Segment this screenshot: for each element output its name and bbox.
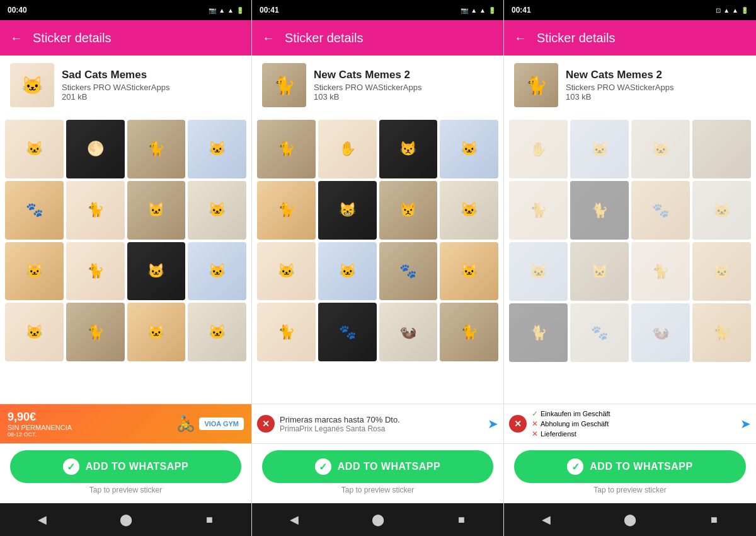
battery-icon-2: 🔋: [488, 7, 496, 14]
sticker-cell[interactable]: 🐱: [631, 120, 690, 178]
sticker-cell[interactable]: 🐱: [127, 303, 186, 361]
back-nav-button-2[interactable]: ◀: [282, 507, 307, 532]
sticker-cell[interactable]: 🐾: [5, 181, 64, 240]
status-icons-1: 📷 ▲ ▲ 🔋: [209, 7, 244, 14]
sticker-cell[interactable]: ✋: [318, 120, 377, 178]
sticker-cell[interactable]: 🐾: [318, 303, 377, 361]
bottom-nav-2: ◀ ⬤ ■: [252, 503, 503, 536]
sticker-cell[interactable]: 🐱: [440, 181, 498, 240]
sticker-cell[interactable]: 🐈: [509, 303, 568, 362]
ad-banner-3[interactable]: ✕ ✓ Einkaufen im Geschäft ✕ Abholung im …: [504, 404, 756, 444]
sticker-info-3: 🐈 New Cats Memes 2 Stickers PRO WASticke…: [504, 55, 756, 115]
sticker-cell[interactable]: 🐈: [66, 181, 125, 240]
sticker-cell[interactable]: 🐱: [188, 120, 246, 178]
back-button-2[interactable]: ←: [262, 31, 275, 45]
sticker-cell[interactable]: 🌕: [66, 120, 125, 178]
top-bar-1: ← Sticker details: [0, 20, 251, 55]
sticker-cell[interactable]: 🐱: [440, 242, 498, 301]
sticker-cell[interactable]: 🐱: [440, 120, 498, 178]
sticker-name-1: Sad Cats Memes: [62, 69, 169, 81]
sticker-cell[interactable]: 🦦: [631, 303, 690, 362]
ad-close-button-3[interactable]: ✕: [509, 415, 527, 433]
sticker-cell[interactable]: 🐾: [631, 181, 690, 240]
bottom-nav-1: ◀ ⬤ ■: [0, 503, 251, 536]
ad-forward-icon-3[interactable]: ➤: [740, 416, 751, 431]
sticker-cell[interactable]: 🐱: [188, 242, 246, 301]
sticker-cell[interactable]: 🐱: [127, 181, 186, 240]
back-nav-button-3[interactable]: ◀: [534, 507, 559, 532]
add-to-whatsapp-button-1[interactable]: ✓ ADD TO WHATSAPP: [10, 450, 241, 483]
top-bar-3: ← Sticker details: [504, 20, 756, 55]
ad-check-list-3: ✓ Einkaufen im Geschäft ✕ Abholung im Ge…: [532, 409, 610, 438]
sticker-cell[interactable]: 🐱: [127, 242, 186, 301]
ad-close-button-2[interactable]: ✕: [257, 415, 275, 433]
cast-icon-3: ⊡: [716, 7, 721, 14]
home-nav-button-1[interactable]: ⬤: [113, 507, 139, 532]
sticker-cell[interactable]: 🐈: [631, 242, 690, 301]
sticker-cell[interactable]: ✋: [509, 120, 568, 178]
sticker-cell[interactable]: 🐱: [570, 242, 629, 301]
battery-icon-3: 🔋: [741, 7, 748, 14]
page-title-3: Sticker details: [537, 31, 616, 45]
sticker-text-info-2: New Cats Memes 2 Stickers PRO WAStickerA…: [314, 69, 421, 102]
sticker-cell[interactable]: 🐈: [257, 181, 316, 240]
sticker-thumbnail-2: 🐈: [262, 63, 306, 107]
back-button-3[interactable]: ←: [514, 31, 527, 45]
signal-icon-3: ▲: [723, 7, 730, 14]
sticker-grid-1: 🐱 🌕 🐈 🐱 🐾 🐈 🐱 🐱 🐱 🐈 🐱 🐱 🐱 🐈 🐱 🐱: [0, 115, 251, 404]
sticker-cell[interactable]: 🐱: [509, 242, 568, 301]
sticker-cell[interactable]: 🐈: [127, 120, 186, 178]
sticker-cell[interactable]: 🐱: [570, 120, 629, 178]
panel-2: 00:41 📷 ▲ ▲ 🔋 ← Sticker details 🐈 New Ca…: [252, 0, 504, 536]
recents-nav-button-2[interactable]: ■: [449, 507, 474, 532]
sticker-cell[interactable]: 🐱: [188, 303, 246, 361]
sticker-cell[interactable]: 🐱: [318, 242, 377, 301]
sticker-thumbnail-3: 🐈: [514, 63, 558, 107]
ad-date: 08-12 OCT.: [8, 431, 72, 438]
ad-forward-icon-2[interactable]: ➤: [488, 416, 498, 431]
sticker-cell[interactable]: 🐈: [692, 303, 751, 362]
sticker-cell[interactable]: 🐱: [5, 120, 64, 178]
home-nav-button-2[interactable]: ⬤: [365, 507, 391, 532]
sticker-cell[interactable]: 🐾: [570, 303, 629, 362]
status-bar-2: 00:41 📷 ▲ ▲ 🔋: [252, 0, 503, 20]
sticker-cell[interactable]: 🐱: [257, 242, 316, 301]
sticker-cell[interactable]: 🐱: [188, 181, 246, 240]
home-nav-button-3[interactable]: ⬤: [617, 507, 643, 532]
sticker-cell[interactable]: 🐈: [570, 181, 629, 240]
sticker-cell[interactable]: 🐈: [66, 303, 125, 361]
whatsapp-icon-3: ✓: [567, 458, 583, 475]
add-btn-label-1: ADD TO WHATSAPP: [86, 461, 188, 472]
sticker-cell[interactable]: 🐈: [257, 303, 316, 361]
sticker-cell[interactable]: 🐱: [692, 242, 751, 301]
sticker-cell[interactable]: 🐈: [509, 181, 568, 240]
sticker-cell[interactable]: 😸: [318, 181, 377, 240]
sticker-cell[interactable]: 🐈: [440, 303, 498, 361]
sticker-cell[interactable]: 🐾: [379, 242, 438, 301]
sticker-grid-3: ✋ 🐱 🐱 🐈 🐈 🐾 🐱 🐱 🐱 🐈 🐱 🐈 🐾 🦦 🐈: [504, 115, 756, 404]
add-to-whatsapp-button-2[interactable]: ✓ ADD TO WHATSAPP: [262, 450, 493, 483]
ad-banner-1[interactable]: 9,90€ SIN PERMANENCIA 08-12 OCT. 🚴 VIOA …: [0, 404, 251, 444]
ad-banner-2[interactable]: ✕ Primeras marcas hasta 70% Dto. PrimaPr…: [252, 404, 503, 444]
sticker-cell[interactable]: 🐱: [5, 242, 64, 301]
sticker-name-2: New Cats Memes 2: [314, 69, 421, 81]
sticker-cell[interactable]: 🐈: [257, 120, 316, 178]
sticker-cell[interactable]: [692, 120, 751, 178]
sticker-cell[interactable]: 🐈: [66, 242, 125, 301]
sticker-cell[interactable]: 🦦: [379, 303, 438, 361]
status-icons-3: ⊡ ▲ ▲ 🔋: [716, 7, 748, 14]
add-to-whatsapp-button-3[interactable]: ✓ ADD TO WHATSAPP: [514, 450, 746, 483]
status-time-2: 00:41: [260, 6, 279, 15]
back-nav-button-1[interactable]: ◀: [30, 507, 55, 532]
sticker-cell[interactable]: 😾: [379, 120, 438, 178]
back-button-1[interactable]: ←: [10, 31, 23, 45]
sticker-cell[interactable]: 🐱: [5, 303, 64, 361]
sticker-author-2: Stickers PRO WAStickerApps: [314, 83, 421, 92]
recents-nav-button-1[interactable]: ■: [197, 507, 222, 532]
sticker-cell[interactable]: 😾: [379, 181, 438, 240]
battery-icon: 🔋: [236, 7, 244, 14]
recents-nav-button-3[interactable]: ■: [701, 507, 726, 532]
wifi-icon-2: ▲: [479, 7, 486, 14]
status-icons-2: 📷 ▲ ▲ 🔋: [461, 7, 496, 14]
sticker-cell[interactable]: 🐱: [692, 181, 751, 240]
